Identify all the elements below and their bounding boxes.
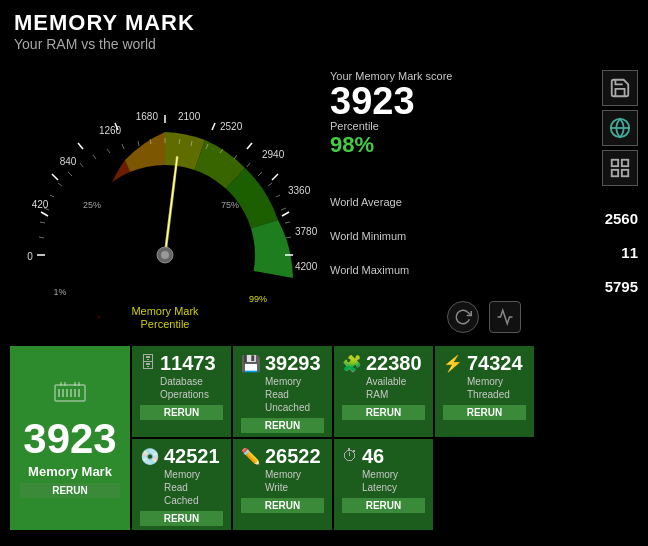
svg-text:99%: 99% xyxy=(249,294,267,304)
svg-text:75%: 75% xyxy=(221,200,239,210)
svg-text:840: 840 xyxy=(60,156,77,167)
svg-rect-31 xyxy=(58,389,60,397)
svg-rect-37 xyxy=(60,382,62,386)
header: MEMORY MARK Your RAM vs the world xyxy=(0,0,648,56)
svg-text:1680: 1680 xyxy=(136,111,159,122)
world-maximum-row: World Maximum xyxy=(330,264,638,276)
world-average-row: World Average xyxy=(330,196,638,208)
svg-text:3360: 3360 xyxy=(288,185,311,196)
save-icon-button[interactable] xyxy=(602,70,638,106)
database-label: DatabaseOperations xyxy=(160,375,216,401)
available-ram-cell: 🧩 22380 Available RAM RERUN xyxy=(334,346,433,437)
svg-rect-29 xyxy=(612,170,618,176)
svg-text:Memory Mark: Memory Mark xyxy=(131,305,199,317)
svg-rect-35 xyxy=(74,389,76,397)
svg-rect-27 xyxy=(622,160,628,166)
world-minimum-value: 11 xyxy=(330,244,638,261)
memory-latency-cell: ⏱ 46 Memory Latency RERUN xyxy=(334,439,433,530)
right-panel: Your Memory Mark score 3923 Percentile 9… xyxy=(330,60,638,340)
memory-write-score: 26522 xyxy=(265,445,324,468)
memory-threaded-label: Memory Threaded xyxy=(467,375,526,401)
cached-icon: 💿 xyxy=(140,447,160,466)
main-content: 0 420 840 1260 1680 2100 2520 2940 3360 … xyxy=(0,56,648,344)
svg-rect-38 xyxy=(64,382,66,386)
memory-latency-score: 46 xyxy=(362,445,425,468)
svg-text:1%: 1% xyxy=(53,287,66,297)
memory-read-uncached-rerun-button[interactable]: RERUN xyxy=(241,418,324,433)
bottom-icons xyxy=(330,301,638,333)
svg-text:2100: 2100 xyxy=(178,111,201,122)
world-maximum-value: 5795 xyxy=(330,278,638,295)
gauge-container: 0 420 840 1260 1680 2100 2520 2940 3360 … xyxy=(10,60,320,340)
results-grid: 3923 Memory Mark RERUN 🗄 11473 DatabaseO… xyxy=(0,344,648,534)
memory-read-uncached-cell: 💾 39293 Memory ReadUncached RERUN xyxy=(233,346,332,437)
svg-text:0: 0 xyxy=(27,251,33,262)
threaded-icon: ⚡ xyxy=(443,354,463,373)
memory-read-uncached-label: Memory ReadUncached xyxy=(265,375,324,414)
database-ops-cell: 🗄 11473 DatabaseOperations RERUN xyxy=(132,346,231,437)
svg-rect-39 xyxy=(74,382,76,386)
memory-threaded-rerun-button[interactable]: RERUN xyxy=(443,405,526,420)
svg-rect-26 xyxy=(612,160,618,166)
icons-col xyxy=(602,70,638,186)
svg-text:Percentile: Percentile xyxy=(141,318,190,330)
memory-latency-label: Memory Latency xyxy=(362,468,425,494)
svg-point-21 xyxy=(161,251,169,259)
memory-latency-rerun-button[interactable]: RERUN xyxy=(342,498,425,513)
svg-text:1260: 1260 xyxy=(99,125,122,136)
memory-read-cached-score: 42521 xyxy=(164,445,223,468)
svg-rect-36 xyxy=(78,389,80,397)
memory-read-cached-label: Memory ReadCached xyxy=(164,468,223,507)
main-rerun-button[interactable]: RERUN xyxy=(20,483,120,498)
score-text: Your Memory Mark score 3923 Percentile 9… xyxy=(330,70,594,158)
memory-read-uncached-score: 39293 xyxy=(265,352,324,375)
svg-rect-32 xyxy=(62,389,64,397)
memory-uncached-icon: 💾 xyxy=(241,354,261,373)
memory-mark-cell: 3923 Memory Mark RERUN xyxy=(10,346,130,530)
database-rerun-button[interactable]: RERUN xyxy=(140,405,223,420)
main-score-value: 3923 xyxy=(23,418,116,460)
ram-icon: 🧩 xyxy=(342,354,362,373)
write-icon: ✏️ xyxy=(241,447,261,466)
svg-text:2940: 2940 xyxy=(262,149,285,160)
globe-icon-button[interactable] xyxy=(602,110,638,146)
memory-threaded-cell: ⚡ 74324 Memory Threaded RERUN xyxy=(435,346,534,437)
chart-icon-button[interactable] xyxy=(602,150,638,186)
memory-write-label: Memory Write xyxy=(265,468,324,494)
page-title: MEMORY MARK xyxy=(14,10,634,36)
refresh-icon-button[interactable] xyxy=(447,301,479,333)
available-ram-label: Available RAM xyxy=(366,375,425,401)
svg-text:2520: 2520 xyxy=(220,121,243,132)
available-ram-rerun-button[interactable]: RERUN xyxy=(342,405,425,420)
svg-rect-33 xyxy=(66,389,68,397)
latency-icon: ⏱ xyxy=(342,447,358,465)
memory-write-cell: ✏️ 26522 Memory Write RERUN xyxy=(233,439,332,530)
main-score-label: Memory Mark xyxy=(28,464,112,479)
score-section: Your Memory Mark score 3923 Percentile 9… xyxy=(330,70,638,186)
page-subtitle: Your RAM vs the world xyxy=(14,36,634,52)
svg-text:4200: 4200 xyxy=(295,261,318,272)
world-average-value: 2560 xyxy=(330,210,638,227)
svg-rect-40 xyxy=(78,382,80,386)
gauge-svg: 0 420 840 1260 1680 2100 2520 2940 3360 … xyxy=(10,60,320,340)
database-icon: 🗄 xyxy=(140,354,156,372)
memory-icon xyxy=(54,379,86,414)
stats-section: World Average 2560 World Minimum 11 Worl… xyxy=(330,196,638,295)
memory-threaded-score: 74324 xyxy=(467,352,526,375)
percentile-label: Percentile xyxy=(330,120,594,132)
database-score: 11473 xyxy=(160,352,216,375)
memory-read-cached-rerun-button[interactable]: RERUN xyxy=(140,511,223,526)
score-value: 3923 xyxy=(330,82,594,120)
memory-read-cached-cell: 💿 42521 Memory ReadCached RERUN xyxy=(132,439,231,530)
svg-text:420: 420 xyxy=(32,199,49,210)
memory-write-rerun-button[interactable]: RERUN xyxy=(241,498,324,513)
percentile-value: 98% xyxy=(330,132,594,158)
graph-icon-button[interactable] xyxy=(489,301,521,333)
svg-rect-34 xyxy=(70,389,72,397)
available-ram-score: 22380 xyxy=(366,352,425,375)
world-minimum-row: World Minimum xyxy=(330,230,638,242)
svg-rect-28 xyxy=(622,170,628,176)
svg-text:25%: 25% xyxy=(83,200,101,210)
svg-text:3780: 3780 xyxy=(295,226,318,237)
